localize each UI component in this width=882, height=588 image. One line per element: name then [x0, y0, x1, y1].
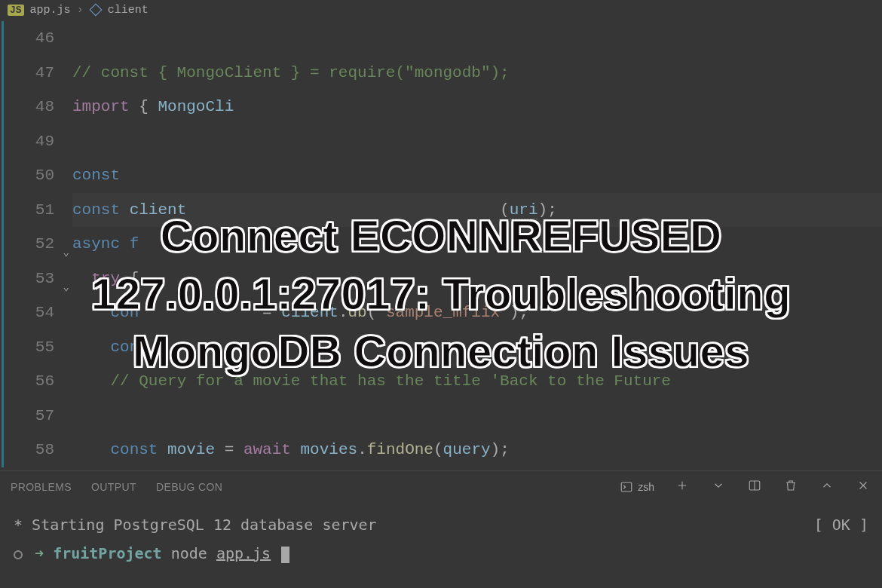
- terminal-line: * Starting PostgreSQL 12 database server…: [14, 510, 868, 539]
- prompt-argument: app.js: [216, 544, 271, 562]
- line-number: 53: [0, 262, 54, 296]
- chevron-down-icon: [712, 479, 725, 492]
- fold-icon[interactable]: ⌄: [63, 236, 69, 271]
- line-number: 56: [0, 364, 54, 399]
- terminal-selector[interactable]: zsh: [620, 480, 654, 494]
- prompt-project: fruitProject: [53, 544, 162, 562]
- modified-indicator: [2, 21, 4, 467]
- code-line[interactable]: async f: [72, 227, 882, 262]
- terminal-body[interactable]: * Starting PostgreSQL 12 database server…: [0, 503, 882, 568]
- line-number: 48: [0, 90, 54, 124]
- prompt-arrow-icon: ➜: [35, 544, 53, 562]
- split-terminal-button[interactable]: [746, 479, 763, 496]
- code-line[interactable]: import { MongoCli: [72, 90, 882, 124]
- code-line[interactable]: cons: [72, 330, 882, 365]
- chevron-up-icon: [820, 479, 834, 492]
- chevron-right-icon: ›: [77, 4, 84, 17]
- code-line[interactable]: try {: [72, 262, 882, 296]
- trash-icon: [784, 479, 798, 492]
- code-area[interactable]: // const { MongoClient } = require("mong…: [72, 20, 882, 470]
- tab-debug-console[interactable]: DEBUG CON: [156, 481, 222, 493]
- line-number: 58: [0, 433, 54, 467]
- code-line[interactable]: con = client.db('sample_mflix');: [72, 296, 882, 330]
- line-number: 47: [0, 56, 54, 90]
- line-number: 50: [0, 158, 54, 193]
- status-ok: [ OK ]: [814, 510, 868, 539]
- tab-output[interactable]: OUTPUT: [91, 481, 136, 493]
- code-line[interactable]: [72, 21, 882, 56]
- close-icon: [856, 479, 870, 492]
- code-line[interactable]: const: [72, 158, 882, 193]
- line-number: 49: [0, 124, 54, 159]
- kill-terminal-button[interactable]: [782, 479, 799, 496]
- terminal-icon: [620, 480, 633, 494]
- line-number: 55: [0, 330, 54, 365]
- code-line[interactable]: // Query for a movie that has the title …: [72, 364, 882, 399]
- panel-tab-bar: PROBLEMS OUTPUT DEBUG CON zsh: [0, 471, 882, 503]
- maximize-panel-button[interactable]: [819, 479, 835, 496]
- breadcrumb-file[interactable]: app.js: [30, 4, 71, 17]
- code-line[interactable]: const movie = await movies.findOne(query…: [72, 433, 882, 467]
- new-terminal-button[interactable]: [674, 479, 691, 496]
- breadcrumb: JS app.js › client: [0, 0, 882, 20]
- code-editor[interactable]: 464748495051⌄52⌄535455565758 // const { …: [0, 20, 882, 470]
- code-line[interactable]: const client (uri);: [72, 193, 882, 228]
- plus-icon: [675, 479, 689, 492]
- close-panel-button[interactable]: [855, 479, 871, 496]
- prompt-command: node: [171, 544, 207, 562]
- line-number: 51: [0, 193, 54, 228]
- terminal-cursor: [281, 547, 289, 563]
- code-line[interactable]: // const { MongoClient } = require("mong…: [72, 56, 882, 90]
- line-number: 46: [0, 21, 54, 56]
- terminal-kind-label: zsh: [638, 481, 654, 493]
- line-number: 52: [0, 227, 54, 262]
- tab-problems[interactable]: PROBLEMS: [11, 481, 72, 493]
- symbol-icon: [89, 4, 102, 17]
- line-number: 57: [0, 399, 54, 433]
- svg-rect-0: [621, 482, 632, 492]
- line-number-gutter: 464748495051⌄52⌄535455565758: [0, 20, 72, 470]
- file-type-badge: JS: [8, 5, 24, 16]
- bottom-panel: PROBLEMS OUTPUT DEBUG CON zsh * Starting…: [0, 470, 882, 588]
- code-line[interactable]: [72, 399, 882, 433]
- terminal-prompt-line: ➜ fruitProject node app.js: [14, 539, 868, 568]
- fold-icon[interactable]: ⌄: [63, 271, 69, 305]
- split-icon: [748, 479, 761, 492]
- prompt-circle-icon: [14, 550, 23, 559]
- breadcrumb-symbol[interactable]: client: [108, 4, 149, 17]
- line-number: 54: [0, 296, 54, 330]
- terminal-dropdown[interactable]: [710, 479, 727, 496]
- code-line[interactable]: [72, 124, 882, 159]
